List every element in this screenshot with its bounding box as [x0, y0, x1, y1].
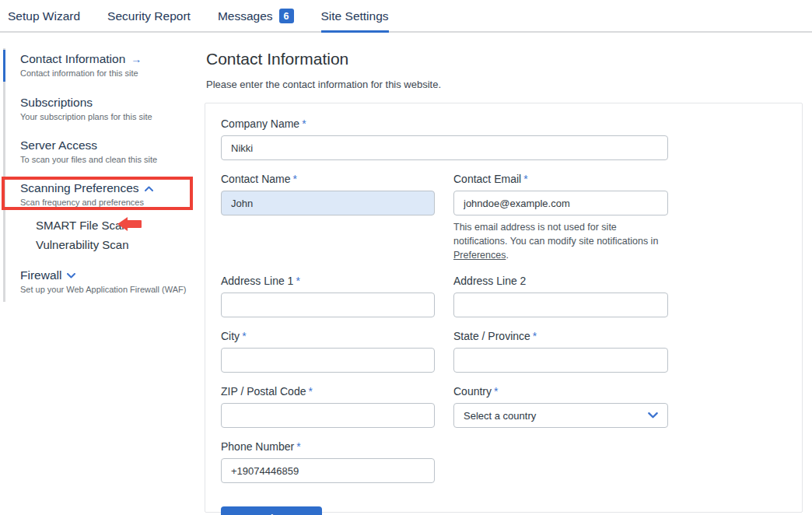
sidebar-item-subtitle: Your subscription plans for this site	[20, 112, 152, 121]
contact-name-field-group: Contact Name*	[221, 173, 435, 215]
phone-field-group: Phone Number*	[221, 440, 435, 483]
required-marker: *	[523, 173, 527, 185]
address-line-2-label: Address Line 2	[453, 275, 668, 287]
tab-messages[interactable]: Messages 6	[218, 0, 294, 33]
state-province-field-group: State / Province*	[453, 330, 668, 373]
sidebar-item-vulnerability-scan[interactable]: Vulnerability Scan	[36, 238, 129, 251]
phone-label: Phone Number*	[221, 440, 435, 453]
preferences-link[interactable]: Preferences	[453, 250, 506, 261]
required-marker: *	[296, 275, 299, 287]
contact-email-input[interactable]	[453, 191, 668, 215]
country-field-group: Country* Select a country	[453, 385, 668, 428]
address-line-2-field-group: Address Line 2	[453, 275, 668, 317]
arrow-right-icon: →	[131, 51, 142, 67]
contact-name-label: Contact Name*	[221, 173, 435, 185]
top-tab-bar: Setup Wizard Security Report Messages 6 …	[0, 0, 812, 33]
phone-input[interactable]	[221, 458, 435, 483]
messages-count-badge: 6	[279, 9, 294, 23]
site-settings-page: Setup Wizard Security Report Messages 6 …	[0, 0, 812, 515]
address-line-1-input[interactable]	[221, 293, 435, 317]
zip-postal-label: ZIP / Postal Code*	[221, 385, 435, 398]
chevron-down-icon	[648, 412, 658, 419]
country-label: Country*	[453, 385, 668, 398]
city-input[interactable]	[221, 348, 435, 373]
required-marker: *	[494, 385, 498, 398]
tab-label: Setup Wizard	[8, 9, 80, 23]
city-label: City*	[221, 330, 435, 342]
tab-label: Security Report	[107, 9, 191, 23]
sidebar-item-contact-information[interactable]: Contact Information → Contact informatio…	[20, 51, 142, 78]
required-marker: *	[296, 440, 300, 453]
contact-form: Company Name* Contact Name* Contact Emai…	[221, 117, 802, 483]
page-subtitle: Please enter the contact information for…	[206, 79, 812, 90]
tab-site-settings[interactable]: Site Settings	[321, 0, 389, 33]
address-line-2-input[interactable]	[453, 293, 668, 317]
zip-postal-field-group: ZIP / Postal Code*	[221, 385, 435, 428]
sidebar-item-scanning-preferences[interactable]: Scanning Preferences Scan frequency and …	[20, 180, 153, 207]
state-province-label: State / Province*	[453, 330, 668, 342]
sidebar-item-title: Scanning Preferences	[20, 180, 139, 196]
sidebar-item-title: Firewall	[20, 268, 61, 283]
required-marker: *	[242, 330, 246, 342]
main-content: Contact Information Please enter the con…	[205, 33, 812, 513]
tab-security-report[interactable]: Security Report	[107, 0, 191, 33]
tab-label: Messages	[218, 9, 273, 23]
sidebar-item-firewall[interactable]: Firewall Set up your Web Application Fir…	[20, 268, 186, 294]
contact-name-input[interactable]	[221, 191, 435, 215]
email-helper-text: This email address is not used for site …	[453, 220, 668, 262]
tab-label: Site Settings	[321, 9, 389, 23]
country-selected-value: Select a country	[464, 410, 536, 422]
annotation-arrow-left-icon	[117, 217, 142, 231]
sidebar-rail	[3, 48, 5, 302]
sidebar-item-title: Server Access	[20, 138, 97, 153]
state-province-input[interactable]	[453, 348, 668, 373]
sidebar-item-subscriptions[interactable]: Subscriptions Your subscription plans fo…	[20, 95, 152, 121]
sidebar-item-title: Subscriptions	[20, 95, 93, 110]
country-select[interactable]: Select a country	[453, 403, 668, 428]
chevron-up-icon	[145, 186, 153, 191]
required-marker: *	[302, 117, 306, 130]
sidebar-item-title: Vulnerability Scan	[36, 238, 129, 251]
company-name-field-group: Company Name*	[221, 117, 668, 160]
address-line-1-field-group: Address Line 1*	[221, 275, 435, 317]
sidebar-item-title: SMART File Scan	[36, 219, 128, 232]
company-name-label: Company Name*	[221, 117, 668, 130]
contact-information-card: Company Name* Contact Name* Contact Emai…	[205, 103, 803, 513]
sidebar-item-subtitle: Scan frequency and preferences	[20, 198, 153, 207]
save-changes-button[interactable]: Save Changes	[221, 506, 322, 515]
settings-sidebar: Contact Information → Contact informatio…	[0, 33, 204, 515]
required-marker: *	[308, 385, 312, 398]
page-title: Contact Information	[206, 50, 812, 68]
sidebar-active-indicator	[3, 50, 5, 82]
sidebar-item-subtitle: Contact information for this site	[20, 68, 142, 78]
sidebar-item-subtitle: To scan your files and clean this site	[20, 155, 157, 164]
sidebar-item-smart-file-scan[interactable]: SMART File Scan	[36, 219, 128, 232]
city-field-group: City*	[221, 330, 435, 373]
tab-setup-wizard[interactable]: Setup Wizard	[8, 0, 80, 33]
required-marker: *	[292, 173, 296, 185]
contact-email-label: Contact Email*	[453, 173, 668, 185]
sidebar-item-title: Contact Information	[20, 51, 125, 67]
chevron-down-icon	[67, 273, 75, 279]
sidebar-item-subtitle: Set up your Web Application Firewall (WA…	[20, 285, 186, 294]
address-line-1-label: Address Line 1*	[221, 275, 435, 287]
contact-email-field-group: Contact Email* This email address is not…	[453, 173, 668, 262]
required-marker: *	[533, 330, 537, 342]
company-name-input[interactable]	[221, 135, 668, 160]
sidebar-item-server-access[interactable]: Server Access To scan your files and cle…	[20, 138, 157, 164]
zip-postal-input[interactable]	[221, 403, 435, 428]
